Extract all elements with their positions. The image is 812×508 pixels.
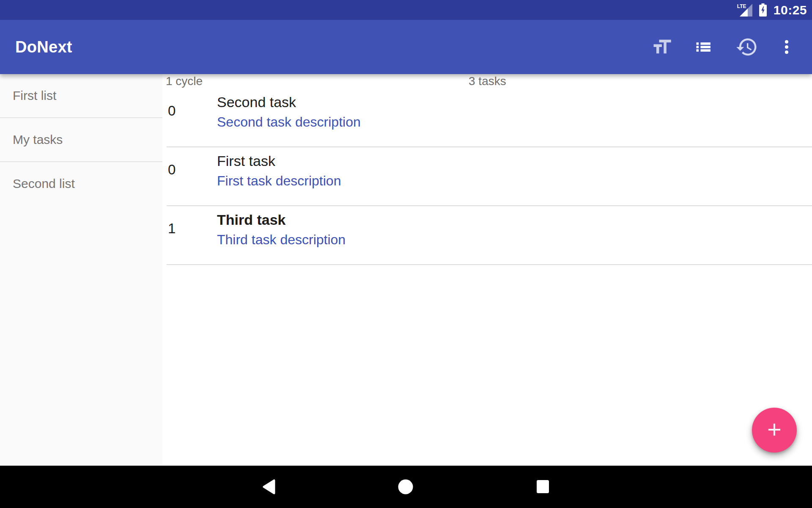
task-description-link[interactable]: Second task description <box>217 114 361 130</box>
battery-charging-icon <box>759 3 767 17</box>
clock-time: 10:25 <box>774 3 807 17</box>
plus-icon: + <box>767 417 782 442</box>
app-bar: DoNext <box>0 20 812 74</box>
sidebar-item-first-list[interactable]: First list <box>0 74 162 117</box>
add-task-fab[interactable]: + <box>752 408 797 453</box>
recents-icon[interactable] <box>524 466 562 508</box>
cycle-count-label: 1 cycle <box>166 75 203 88</box>
sidebar-item-label: First list <box>13 88 56 103</box>
task-description-link[interactable]: Third task description <box>217 232 346 248</box>
list-sidebar: First list My tasks Second list <box>0 74 162 466</box>
task-title: First task <box>217 153 275 169</box>
task-cycle-count: 1 <box>168 221 176 237</box>
sidebar-item-second-list[interactable]: Second list <box>0 162 162 205</box>
signal-strength-icon: LTE <box>738 3 752 17</box>
task-cycle-count: 0 <box>168 162 176 178</box>
task-row[interactable]: 0 First task First task description <box>162 147 812 206</box>
status-cluster: LTE 10:25 <box>738 3 807 17</box>
page-title: DoNext <box>15 38 72 56</box>
row-divider <box>167 264 812 265</box>
sidebar-item-label: Second list <box>13 177 75 191</box>
task-row[interactable]: 0 Second task Second task description <box>162 88 812 147</box>
sidebar-item-my-tasks[interactable]: My tasks <box>0 118 162 161</box>
overflow-menu-icon[interactable] <box>775 35 798 59</box>
task-title: Second task <box>217 94 296 110</box>
task-row[interactable]: 1 Third task Third task description <box>162 206 812 265</box>
status-bar: LTE 10:25 <box>0 0 812 20</box>
task-description-link[interactable]: First task description <box>217 173 341 189</box>
task-list-header: 1 cycle 3 tasks <box>162 74 812 88</box>
task-cycle-count: 0 <box>168 103 176 119</box>
format-size-icon[interactable] <box>650 35 674 59</box>
android-nav-bar <box>0 466 812 508</box>
home-icon[interactable] <box>387 466 425 508</box>
list-icon[interactable] <box>691 35 715 59</box>
history-icon[interactable] <box>735 35 759 59</box>
task-count-label: 3 tasks <box>469 75 506 88</box>
sidebar-item-label: My tasks <box>13 133 63 147</box>
task-title: Third task <box>217 212 285 228</box>
task-list-panel: 1 cycle 3 tasks 0 Second task Second tas… <box>162 74 812 466</box>
donext-app-screen: LTE 10:25 DoNext <box>0 0 812 508</box>
back-icon[interactable] <box>250 466 288 508</box>
